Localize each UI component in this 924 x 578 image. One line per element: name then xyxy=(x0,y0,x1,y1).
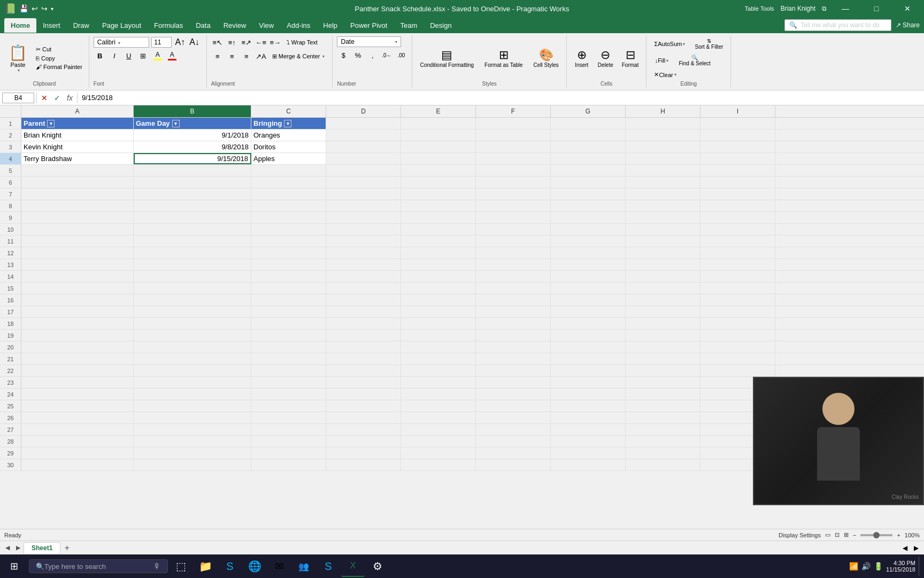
tab-design[interactable]: Design xyxy=(424,18,458,33)
indent-increase-button[interactable]: ≡→ xyxy=(269,36,282,48)
cell-g2[interactable] xyxy=(551,130,626,141)
cell-h15[interactable] xyxy=(626,283,700,294)
cell-e11[interactable] xyxy=(401,235,476,247)
row-num-27[interactable]: 27 xyxy=(0,424,21,435)
view-layout-icon[interactable]: ⊡ xyxy=(835,531,840,538)
cell-b26[interactable] xyxy=(134,412,251,423)
cell-e26[interactable] xyxy=(401,412,476,423)
cell-f27[interactable] xyxy=(476,424,551,435)
row-num-14[interactable]: 14 xyxy=(0,271,21,282)
tab-help[interactable]: Help xyxy=(317,18,344,33)
cell-g29[interactable] xyxy=(551,447,626,459)
cell-e13[interactable] xyxy=(401,259,476,270)
percent-button[interactable]: % xyxy=(351,49,364,61)
cell-d27[interactable] xyxy=(326,424,401,435)
cell-d1[interactable] xyxy=(326,118,401,129)
row-num-9[interactable]: 9 xyxy=(0,212,21,223)
cell-g7[interactable] xyxy=(551,188,626,200)
cell-g3[interactable] xyxy=(551,141,626,153)
cell-g11[interactable] xyxy=(551,235,626,247)
cell-c10[interactable] xyxy=(251,224,326,235)
cell-c8[interactable] xyxy=(251,200,326,211)
tab-data[interactable]: Data xyxy=(189,18,217,33)
tab-power-pivot[interactable]: Power Pivot xyxy=(344,18,394,33)
zoom-in-icon[interactable]: + xyxy=(897,532,900,538)
cell-i1[interactable] xyxy=(700,118,775,129)
cell-e30[interactable] xyxy=(401,459,476,470)
cell-d28[interactable] xyxy=(326,436,401,447)
cell-b20[interactable] xyxy=(134,341,251,353)
cell-h13[interactable] xyxy=(626,259,700,270)
tab-team[interactable]: Team xyxy=(394,18,424,33)
cell-e20[interactable] xyxy=(401,341,476,353)
cell-c9[interactable] xyxy=(251,212,326,223)
cell-f12[interactable] xyxy=(476,247,551,258)
cell-f14[interactable] xyxy=(476,271,551,282)
cell-i12[interactable] xyxy=(700,247,775,258)
cell-i16[interactable] xyxy=(700,294,775,306)
bold-button[interactable]: B xyxy=(94,50,106,62)
row-num-4[interactable]: 4 xyxy=(0,153,21,164)
cell-d3[interactable] xyxy=(326,141,401,153)
italic-button[interactable]: I xyxy=(108,50,121,62)
cell-d14[interactable] xyxy=(326,271,401,282)
ribbon-search-box[interactable]: 🔍 Tell me what you want to do xyxy=(784,19,891,31)
cell-c29[interactable] xyxy=(251,447,326,459)
cell-c18[interactable] xyxy=(251,318,326,329)
cell-f3[interactable] xyxy=(476,141,551,153)
cell-c25[interactable] xyxy=(251,400,326,412)
number-format-dropdown[interactable]: Date ▾ xyxy=(337,36,401,47)
font-size-input[interactable]: 11 xyxy=(151,37,172,48)
cell-g6[interactable] xyxy=(551,177,626,188)
cell-h25[interactable] xyxy=(626,400,700,412)
cell-f15[interactable] xyxy=(476,283,551,294)
cell-i10[interactable] xyxy=(700,224,775,235)
font-color-button[interactable]: A xyxy=(166,50,179,62)
format-painter-button[interactable]: 🖌 Format Painter xyxy=(34,63,84,71)
cell-c17[interactable] xyxy=(251,306,326,317)
cell-d7[interactable] xyxy=(326,188,401,200)
zoom-slider[interactable] xyxy=(860,534,892,536)
cell-i7[interactable] xyxy=(700,188,775,200)
cell-h12[interactable] xyxy=(626,247,700,258)
cell-b23[interactable] xyxy=(134,377,251,388)
cell-f13[interactable] xyxy=(476,259,551,270)
cell-b4[interactable]: 9/15/2018 xyxy=(134,153,251,164)
format-as-table-button[interactable]: ⊞ Format as Table xyxy=(481,40,526,77)
cell-d20[interactable] xyxy=(326,341,401,353)
cell-g25[interactable] xyxy=(551,400,626,412)
cell-d4[interactable] xyxy=(326,153,401,164)
font-grow-button[interactable]: A↑ xyxy=(174,36,186,48)
cell-a24[interactable] xyxy=(21,389,134,400)
confirm-formula-button[interactable]: ✓ xyxy=(52,93,63,103)
cell-c23[interactable] xyxy=(251,377,326,388)
col-header-d[interactable]: D xyxy=(326,105,401,117)
decrease-decimal-button[interactable]: .0← xyxy=(380,49,393,61)
cell-e28[interactable] xyxy=(401,436,476,447)
cell-f10[interactable] xyxy=(476,224,551,235)
cell-h5[interactable] xyxy=(626,165,700,176)
cell-h16[interactable] xyxy=(626,294,700,306)
cell-h20[interactable] xyxy=(626,341,700,353)
align-center-button[interactable]: ≡ xyxy=(226,50,238,62)
cell-i13[interactable] xyxy=(700,259,775,270)
paste-button[interactable]: 📋 Paste ▾ xyxy=(4,42,32,75)
align-right-button[interactable]: ≡ xyxy=(240,50,253,62)
col-header-a[interactable]: A xyxy=(21,105,134,117)
fill-color-button[interactable]: A xyxy=(151,50,164,62)
cell-c12[interactable] xyxy=(251,247,326,258)
cell-h18[interactable] xyxy=(626,318,700,329)
cell-b2[interactable]: 9/1/2018 xyxy=(134,130,251,141)
cell-d17[interactable] xyxy=(326,306,401,317)
cell-f6[interactable] xyxy=(476,177,551,188)
format-cells-button[interactable]: ⊟ Format xyxy=(619,40,642,77)
cell-b16[interactable] xyxy=(134,294,251,306)
col-header-e[interactable]: E xyxy=(401,105,476,117)
cell-b29[interactable] xyxy=(134,447,251,459)
cell-e21[interactable] xyxy=(401,353,476,364)
cell-e4[interactable] xyxy=(401,153,476,164)
find-select-button[interactable]: 🔍 Find & Select xyxy=(675,53,713,68)
merge-center-button[interactable]: ⊞ Merge & Center ▾ xyxy=(269,52,328,61)
accounting-button[interactable]: $ xyxy=(337,49,350,61)
cell-e15[interactable] xyxy=(401,283,476,294)
